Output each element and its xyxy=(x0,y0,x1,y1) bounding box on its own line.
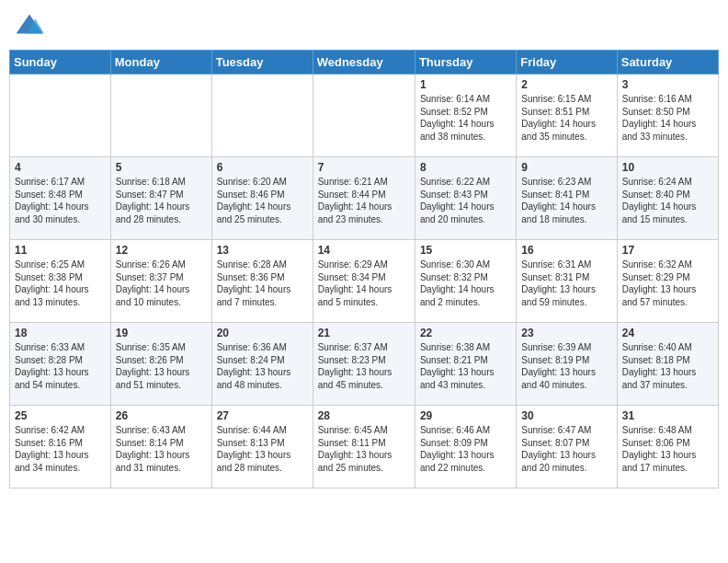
calendar-cell: 4Sunrise: 6:17 AM Sunset: 8:48 PM Daylig… xyxy=(10,157,111,240)
day-number: 16 xyxy=(521,244,611,257)
calendar-week-3: 11Sunrise: 6:25 AM Sunset: 8:38 PM Dayli… xyxy=(10,240,719,323)
calendar-cell xyxy=(110,75,211,157)
calendar-cell: 12Sunrise: 6:26 AM Sunset: 8:37 PM Dayli… xyxy=(110,240,211,323)
day-number: 14 xyxy=(318,244,410,257)
calendar-week-4: 18Sunrise: 6:33 AM Sunset: 8:28 PM Dayli… xyxy=(10,323,719,406)
calendar-table: SundayMondayTuesdayWednesdayThursdayFrid… xyxy=(9,50,719,488)
calendar-cell: 21Sunrise: 6:37 AM Sunset: 8:23 PM Dayli… xyxy=(313,323,415,406)
cell-info: Sunrise: 6:30 AM Sunset: 8:32 PM Dayligh… xyxy=(420,259,511,308)
calendar-cell: 17Sunrise: 6:32 AM Sunset: 8:29 PM Dayli… xyxy=(617,240,718,323)
page-header xyxy=(9,9,719,42)
calendar-cell: 8Sunrise: 6:22 AM Sunset: 8:43 PM Daylig… xyxy=(415,157,516,240)
cell-info: Sunrise: 6:45 AM Sunset: 8:11 PM Dayligh… xyxy=(318,424,410,474)
calendar-cell: 28Sunrise: 6:45 AM Sunset: 8:11 PM Dayli… xyxy=(313,406,415,488)
cell-info: Sunrise: 6:40 AM Sunset: 8:18 PM Dayligh… xyxy=(622,341,713,391)
day-number: 6 xyxy=(217,161,308,174)
cell-info: Sunrise: 6:38 AM Sunset: 8:21 PM Dayligh… xyxy=(420,341,511,391)
day-number: 25 xyxy=(15,409,106,422)
calendar-cell: 7Sunrise: 6:21 AM Sunset: 8:44 PM Daylig… xyxy=(313,157,415,240)
day-number: 15 xyxy=(420,244,511,257)
cell-info: Sunrise: 6:46 AM Sunset: 8:09 PM Dayligh… xyxy=(420,424,511,474)
calendar-cell xyxy=(10,75,111,157)
cell-info: Sunrise: 6:47 AM Sunset: 8:07 PM Dayligh… xyxy=(521,424,611,474)
cell-info: Sunrise: 6:15 AM Sunset: 8:51 PM Dayligh… xyxy=(521,93,611,143)
cell-info: Sunrise: 6:44 AM Sunset: 8:13 PM Dayligh… xyxy=(217,424,308,474)
cell-info: Sunrise: 6:25 AM Sunset: 8:38 PM Dayligh… xyxy=(15,259,106,308)
weekday-header-monday: Monday xyxy=(110,51,211,75)
weekday-header-sunday: Sunday xyxy=(10,51,111,75)
cell-info: Sunrise: 6:23 AM Sunset: 8:41 PM Dayligh… xyxy=(521,176,611,225)
calendar-cell: 30Sunrise: 6:47 AM Sunset: 8:07 PM Dayli… xyxy=(517,406,617,488)
calendar-cell: 22Sunrise: 6:38 AM Sunset: 8:21 PM Dayli… xyxy=(415,323,516,406)
calendar-cell: 20Sunrise: 6:36 AM Sunset: 8:24 PM Dayli… xyxy=(211,323,313,406)
cell-info: Sunrise: 6:24 AM Sunset: 8:40 PM Dayligh… xyxy=(622,176,713,225)
logo xyxy=(15,13,48,39)
day-number: 7 xyxy=(318,161,410,174)
calendar-cell: 6Sunrise: 6:20 AM Sunset: 8:46 PM Daylig… xyxy=(211,157,313,240)
day-number: 3 xyxy=(622,78,713,91)
cell-info: Sunrise: 6:43 AM Sunset: 8:14 PM Dayligh… xyxy=(116,424,207,474)
calendar-cell xyxy=(211,75,313,157)
cell-info: Sunrise: 6:21 AM Sunset: 8:44 PM Dayligh… xyxy=(318,176,410,225)
day-number: 27 xyxy=(217,409,308,422)
day-number: 29 xyxy=(420,409,511,422)
weekday-header-thursday: Thursday xyxy=(415,51,516,75)
cell-info: Sunrise: 6:39 AM Sunset: 8:19 PM Dayligh… xyxy=(521,341,611,391)
day-number: 5 xyxy=(116,161,207,174)
calendar-cell: 14Sunrise: 6:29 AM Sunset: 8:34 PM Dayli… xyxy=(313,240,415,323)
weekday-header-row: SundayMondayTuesdayWednesdayThursdayFrid… xyxy=(10,51,719,75)
day-number: 23 xyxy=(521,327,611,339)
day-number: 28 xyxy=(318,409,410,422)
day-number: 26 xyxy=(116,409,207,422)
day-number: 31 xyxy=(622,409,713,422)
calendar-cell: 29Sunrise: 6:46 AM Sunset: 8:09 PM Dayli… xyxy=(415,406,516,488)
day-number: 1 xyxy=(420,78,511,91)
logo-icon xyxy=(15,13,44,39)
cell-info: Sunrise: 6:36 AM Sunset: 8:24 PM Dayligh… xyxy=(217,341,308,391)
calendar-cell: 13Sunrise: 6:28 AM Sunset: 8:36 PM Dayli… xyxy=(211,240,313,323)
weekday-header-tuesday: Tuesday xyxy=(211,51,313,75)
day-number: 30 xyxy=(521,409,611,422)
calendar-week-2: 4Sunrise: 6:17 AM Sunset: 8:48 PM Daylig… xyxy=(10,157,719,240)
day-number: 24 xyxy=(622,327,713,339)
calendar-cell: 31Sunrise: 6:48 AM Sunset: 8:06 PM Dayli… xyxy=(617,406,718,488)
day-number: 20 xyxy=(217,327,308,339)
day-number: 8 xyxy=(420,161,511,174)
day-number: 21 xyxy=(318,327,410,339)
calendar-cell xyxy=(313,75,415,157)
calendar-week-1: 1Sunrise: 6:14 AM Sunset: 8:52 PM Daylig… xyxy=(10,75,719,157)
cell-info: Sunrise: 6:26 AM Sunset: 8:37 PM Dayligh… xyxy=(116,259,207,308)
calendar-cell: 25Sunrise: 6:42 AM Sunset: 8:16 PM Dayli… xyxy=(10,406,111,488)
calendar-cell: 11Sunrise: 6:25 AM Sunset: 8:38 PM Dayli… xyxy=(10,240,111,323)
cell-info: Sunrise: 6:37 AM Sunset: 8:23 PM Dayligh… xyxy=(318,341,410,391)
calendar-cell: 24Sunrise: 6:40 AM Sunset: 8:18 PM Dayli… xyxy=(617,323,718,406)
cell-info: Sunrise: 6:28 AM Sunset: 8:36 PM Dayligh… xyxy=(217,259,308,308)
calendar-cell: 3Sunrise: 6:16 AM Sunset: 8:50 PM Daylig… xyxy=(617,75,718,157)
cell-info: Sunrise: 6:42 AM Sunset: 8:16 PM Dayligh… xyxy=(15,424,106,474)
weekday-header-saturday: Saturday xyxy=(617,51,718,75)
day-number: 22 xyxy=(420,327,511,339)
day-number: 13 xyxy=(217,244,308,257)
calendar-cell: 9Sunrise: 6:23 AM Sunset: 8:41 PM Daylig… xyxy=(517,157,617,240)
cell-info: Sunrise: 6:32 AM Sunset: 8:29 PM Dayligh… xyxy=(622,259,713,308)
day-number: 12 xyxy=(116,244,207,257)
cell-info: Sunrise: 6:35 AM Sunset: 8:26 PM Dayligh… xyxy=(116,341,207,391)
weekday-header-wednesday: Wednesday xyxy=(313,51,415,75)
calendar-cell: 19Sunrise: 6:35 AM Sunset: 8:26 PM Dayli… xyxy=(110,323,211,406)
weekday-header-friday: Friday xyxy=(517,51,617,75)
calendar-cell: 15Sunrise: 6:30 AM Sunset: 8:32 PM Dayli… xyxy=(415,240,516,323)
calendar-cell: 16Sunrise: 6:31 AM Sunset: 8:31 PM Dayli… xyxy=(517,240,617,323)
cell-info: Sunrise: 6:31 AM Sunset: 8:31 PM Dayligh… xyxy=(521,259,611,308)
calendar-cell: 18Sunrise: 6:33 AM Sunset: 8:28 PM Dayli… xyxy=(10,323,111,406)
calendar-cell: 27Sunrise: 6:44 AM Sunset: 8:13 PM Dayli… xyxy=(211,406,313,488)
day-number: 18 xyxy=(15,327,106,339)
calendar-week-5: 25Sunrise: 6:42 AM Sunset: 8:16 PM Dayli… xyxy=(10,406,719,488)
cell-info: Sunrise: 6:17 AM Sunset: 8:48 PM Dayligh… xyxy=(15,176,106,225)
day-number: 2 xyxy=(521,78,611,91)
calendar-cell: 26Sunrise: 6:43 AM Sunset: 8:14 PM Dayli… xyxy=(110,406,211,488)
cell-info: Sunrise: 6:22 AM Sunset: 8:43 PM Dayligh… xyxy=(420,176,511,225)
cell-info: Sunrise: 6:48 AM Sunset: 8:06 PM Dayligh… xyxy=(622,424,713,474)
day-number: 11 xyxy=(15,244,106,257)
calendar-cell: 5Sunrise: 6:18 AM Sunset: 8:47 PM Daylig… xyxy=(110,157,211,240)
cell-info: Sunrise: 6:29 AM Sunset: 8:34 PM Dayligh… xyxy=(318,259,410,308)
